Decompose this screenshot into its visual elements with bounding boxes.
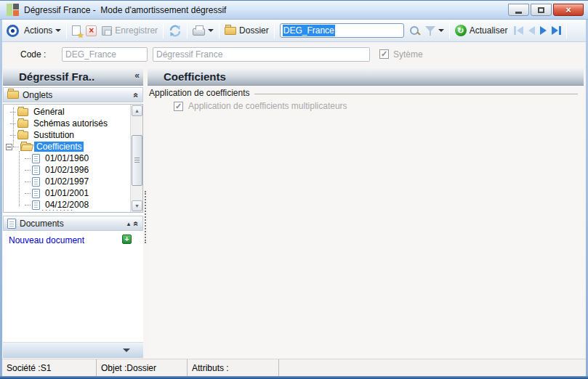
- tree-scrollbar[interactable]: ▲ ▼: [130, 105, 142, 212]
- documents-section-bar[interactable]: Documents ▴ «: [3, 216, 143, 231]
- tree-item-label[interactable]: Général: [31, 107, 67, 117]
- tree-connector: [25, 170, 31, 171]
- tree-connector: [10, 135, 16, 136]
- new-document-icon: ★: [72, 25, 81, 36]
- close-button[interactable]: ×: [553, 4, 584, 16]
- target-icon: [7, 25, 19, 37]
- tree-item-label[interactable]: 01/02/1996: [43, 165, 91, 175]
- onglets-label: Onglets: [23, 90, 52, 100]
- new-document-row: Nouveau document +: [3, 233, 143, 248]
- onglets-tree: Général Schémas autorisés: [3, 104, 143, 213]
- chevron-down-icon[interactable]: [123, 349, 130, 352]
- tree-item-label[interactable]: 01/01/2001: [43, 188, 91, 198]
- status-objet-text: Objet :Dossier: [101, 363, 156, 373]
- save-label: Enregistrer: [115, 25, 158, 36]
- systeme-label: Sytème: [393, 49, 423, 60]
- status-objet: Objet :Dossier: [97, 359, 188, 377]
- left-sidebar: Dégressif Fra.. « Onglets « Géné: [3, 68, 143, 358]
- maximize-button[interactable]: [531, 4, 552, 16]
- folder-icon: [17, 108, 28, 116]
- multiplier-checkbox-label: Application de coefficients multiplicate…: [188, 101, 347, 111]
- tree-item-label[interactable]: Schémas autorisés: [31, 118, 110, 129]
- tree-item[interactable]: Général: [4, 106, 130, 118]
- refresh-button[interactable]: [169, 25, 182, 37]
- app-logo-icon: [7, 4, 19, 16]
- document-icon: [32, 177, 40, 187]
- coefficients-groupbox: Application de coefficients: [149, 88, 578, 98]
- toolbar-separator: [187, 23, 188, 38]
- collapse-panel-icon[interactable]: «: [134, 70, 140, 81]
- tree-item[interactable]: 01/01/2001: [4, 187, 130, 199]
- tree-item[interactable]: Sustitution: [4, 129, 130, 141]
- filter-button[interactable]: [425, 25, 444, 36]
- collapse-section-icon[interactable]: «: [132, 221, 142, 226]
- folder-icon: [225, 27, 236, 35]
- tree-item[interactable]: Coefficients: [4, 141, 130, 152]
- content-header: Coefficients: [148, 68, 584, 86]
- toolbar-separator: [449, 23, 450, 38]
- actions-label: Actions: [24, 25, 52, 36]
- actions-menu-button[interactable]: Actions: [24, 25, 61, 36]
- minimize-button[interactable]: [508, 4, 529, 16]
- code-field: DEG_France: [62, 47, 148, 62]
- last-record-button[interactable]: [552, 26, 561, 35]
- tree-item-label[interactable]: 01/01/1960: [43, 153, 91, 163]
- scroll-up-button[interactable]: ▲: [132, 105, 142, 116]
- sidebar-title: Dégressif Fra..: [19, 70, 94, 83]
- collapse-section-icon[interactable]: «: [132, 92, 142, 97]
- window-frame-left: [0, 20, 2, 376]
- tree-connector: [25, 182, 31, 182]
- document-icon: [32, 200, 40, 210]
- tree-connector: [10, 123, 16, 124]
- tree-connector: [25, 158, 31, 159]
- star-icon: ★: [77, 31, 84, 39]
- tree-item[interactable]: 01/01/1960: [4, 152, 130, 164]
- onglets-section-bar[interactable]: Onglets «: [3, 87, 143, 102]
- tree-item-label[interactable]: Sustitution: [31, 130, 76, 140]
- window-frame-bottom: [0, 376, 588, 379]
- scrollbar-thumb[interactable]: [132, 135, 142, 186]
- folder-icon: [17, 120, 28, 128]
- tree-item-label[interactable]: 01/02/1997: [43, 176, 91, 187]
- tree-connector: [25, 205, 31, 205]
- toolbar-separator: [274, 23, 275, 38]
- name-field: Dégressif France: [153, 47, 370, 62]
- new-document-link[interactable]: Nouveau document: [9, 235, 84, 245]
- search-input-value: DEG_France: [283, 25, 335, 36]
- app-window: Dégressif France - Mode d'amortissement …: [0, 0, 588, 379]
- print-button[interactable]: [193, 25, 214, 36]
- title-bar: Dégressif France - Mode d'amortissement …: [0, 1, 588, 20]
- window-title: Dégressif France - Mode d'amortissement …: [24, 5, 226, 15]
- move-up-icon[interactable]: ▴: [127, 220, 131, 227]
- panel-splitter-handle[interactable]: [145, 191, 146, 243]
- window-controls: ×: [508, 4, 584, 16]
- new-button[interactable]: ★: [72, 25, 81, 36]
- save-icon: [102, 26, 112, 36]
- printer-icon: [193, 28, 205, 36]
- dossier-button[interactable]: Dossier: [225, 25, 269, 36]
- document-icon: [32, 154, 40, 163]
- actualiser-button[interactable]: ↻ Actualiser: [455, 25, 508, 36]
- actualiser-label: Actualiser: [470, 25, 508, 36]
- toolbar-separator: [219, 23, 220, 38]
- page-title: Coefficients: [164, 70, 226, 83]
- folder-open-icon: [20, 143, 31, 151]
- delete-button[interactable]: ×: [86, 25, 97, 36]
- search-input[interactable]: DEG_France: [280, 23, 404, 38]
- documents-label: Documents: [20, 219, 64, 229]
- folder-icon: [17, 131, 28, 139]
- tree-item[interactable]: 01/02/1996: [4, 164, 130, 176]
- tree-item[interactable]: Schémas autorisés: [4, 118, 130, 129]
- add-document-button[interactable]: +: [122, 235, 132, 244]
- tree-item[interactable]: 01/02/1997: [4, 176, 130, 187]
- chevron-down-icon: [438, 29, 444, 32]
- dossier-label: Dossier: [239, 25, 269, 36]
- multiplier-checkbox: ✓: [174, 102, 183, 111]
- collapse-toggle-icon[interactable]: [6, 144, 12, 150]
- status-bar: Société :S1 Objet :Dossier Attributs :: [2, 359, 586, 377]
- document-icon: [32, 166, 40, 175]
- scroll-down-button[interactable]: ▼: [132, 200, 142, 211]
- tree-item-label[interactable]: Coefficients: [34, 142, 84, 152]
- next-record-button[interactable]: [540, 26, 547, 35]
- search-icon[interactable]: [409, 25, 420, 36]
